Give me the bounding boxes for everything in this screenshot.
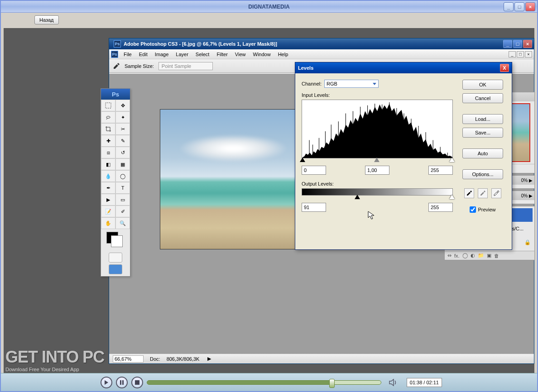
folder-icon[interactable]: 📁 [478,253,484,258]
save-button[interactable]: Save... [462,128,503,138]
ps-window-controls: _ □ × [503,40,532,48]
type-tool[interactable]: T [115,182,130,194]
adjust-icon[interactable]: ◐ [471,253,475,258]
menu-help[interactable]: Help [274,51,292,58]
output-white-slider[interactable] [449,195,455,199]
doc-restore[interactable]: □ [517,51,524,57]
speaker-icon[interactable] [389,378,398,387]
ps-close-button[interactable]: × [523,40,532,48]
ps-app-icon: Ps [114,40,121,48]
preview-checkbox[interactable] [470,206,476,213]
lasso-tool[interactable] [101,111,115,123]
levels-title: Levels [298,65,313,71]
minimize-button[interactable]: _ [504,2,514,11]
clone-stamp-tool[interactable]: ⧇ [101,147,115,158]
auto-button[interactable]: Auto [462,148,503,158]
levels-dialog: Levels X Channel: RGB Input Levels: [295,62,512,250]
eyedropper-tool[interactable]: ✐ [115,206,130,217]
menu-filter[interactable]: Filter [213,51,231,58]
blur-tool[interactable]: 💧 [101,170,115,182]
history-brush-tool[interactable]: ↺ [115,147,130,158]
link-icon[interactable]: ⇔ [447,253,452,258]
menu-file[interactable]: File [120,51,135,58]
black-eyedropper[interactable] [464,188,474,198]
quickmask-toggle[interactable] [109,253,122,263]
doc-info-arrow-icon[interactable]: ▶ [207,356,211,362]
white-eyedropper[interactable] [491,188,501,198]
ps-statusbar: Doc: 806,3K/806,3K ▶ [109,354,534,363]
path-selection-tool[interactable]: ▶ [101,194,115,206]
sample-size-select[interactable]: Point Sample [159,62,213,70]
fx-icon[interactable]: fx. [454,253,460,258]
screenmode-toggle[interactable] [109,264,122,274]
menu-view[interactable]: View [231,51,250,58]
trash-icon[interactable]: 🗑 [494,253,499,258]
doc-close[interactable]: × [525,51,532,57]
brush-tool[interactable]: ✎ [115,135,130,147]
photoshop-window: Ps Adobe Photoshop CS3 - [6.jpg @ 66,7% … [109,38,534,364]
mask-icon[interactable]: ◯ [462,253,468,258]
cancel-button[interactable]: Cancel [462,93,503,103]
background-color[interactable] [111,235,123,247]
back-button[interactable]: Назад [34,15,59,24]
load-button[interactable]: Load... [462,114,503,124]
shape-tool[interactable]: ▭ [115,194,130,206]
menu-window[interactable]: Window [250,51,274,58]
dodge-tool[interactable]: ◯ [115,170,130,182]
ok-button[interactable]: OK [462,80,503,90]
input-slider-track[interactable] [302,158,453,162]
color-swatches[interactable] [106,232,125,248]
input-black-field[interactable] [302,166,326,175]
gray-eyedropper[interactable] [478,188,488,198]
zoom-field[interactable] [113,355,144,363]
menu-select[interactable]: Select [192,51,213,58]
seek-slider[interactable] [147,380,381,385]
hand-tool[interactable]: ✋ [101,217,115,229]
ps-maximize-button[interactable]: □ [513,40,522,48]
pause-button[interactable] [116,377,128,388]
marquee-tool[interactable] [101,100,115,111]
input-levels-label: Input Levels: [302,92,453,98]
maximize-button[interactable]: □ [514,2,524,11]
outer-window-controls: _ □ × [504,2,535,11]
pen-tool[interactable]: ✒ [101,182,115,194]
close-button[interactable]: × [525,2,535,11]
ps-title: Adobe Photoshop CS3 - [6.jpg @ 66,7% (Le… [124,41,277,47]
play-button[interactable] [101,377,112,388]
options-button[interactable]: Options... [462,169,503,179]
crop-tool[interactable] [101,123,115,135]
channel-select[interactable]: RGB [324,80,379,88]
white-point-slider[interactable] [449,158,455,162]
eraser-tool[interactable]: ◧ [101,158,115,170]
preview-checkbox-label[interactable]: Preview [470,206,495,213]
notes-tool[interactable]: 📝 [101,206,115,217]
input-mid-field[interactable] [365,166,389,175]
move-tool[interactable]: ✥ [115,100,130,111]
menu-layer[interactable]: Layer [172,51,192,58]
ps-minimize-button[interactable]: _ [503,40,512,48]
svg-rect-0 [106,103,111,108]
output-slider-track[interactable] [302,195,453,199]
healing-brush-tool[interactable]: ✚ [101,135,115,147]
magic-wand-tool[interactable]: ✦ [115,111,130,123]
stop-button[interactable] [131,377,143,388]
svg-rect-22 [120,380,121,385]
input-white-field[interactable] [428,166,453,175]
doc-minimize[interactable]: _ [509,51,516,57]
mid-point-slider[interactable] [374,158,379,162]
menu-edit[interactable]: Edit [135,51,151,58]
menu-image[interactable]: Image [151,51,173,58]
slice-tool[interactable]: ✂ [115,123,130,135]
eyedropper-icon [113,62,120,70]
content-area: Ps Adobe Photoshop CS3 - [6.jpg @ 66,7% … [4,28,534,373]
output-white-field[interactable] [428,203,453,212]
zoom-tool[interactable]: 🔍 [115,217,130,229]
gradient-tool[interactable]: ▦ [115,158,130,170]
output-black-slider[interactable] [355,195,360,199]
black-point-slider[interactable] [300,158,305,162]
new-layer-icon[interactable]: ▣ [487,253,491,258]
levels-close-button[interactable]: X [500,64,509,72]
output-black-field[interactable] [302,203,326,212]
chevron-down-icon [373,83,376,85]
levels-titlebar[interactable]: Levels X [295,62,512,73]
